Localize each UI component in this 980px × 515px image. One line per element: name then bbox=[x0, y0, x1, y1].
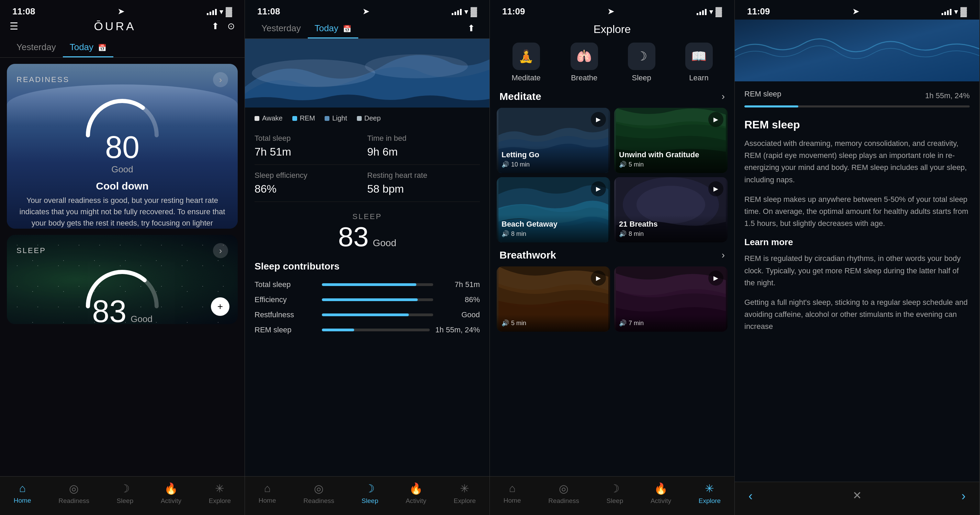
legend-dot-rem bbox=[292, 116, 297, 121]
nav-readiness-1[interactable]: ◎ Readiness bbox=[58, 482, 89, 505]
readiness-score: 80 bbox=[105, 132, 140, 163]
nav-readiness-3[interactable]: ◎ Readiness bbox=[548, 482, 579, 505]
media-card-breathwork-2[interactable]: ▶ 🔊 7 min bbox=[614, 266, 727, 332]
back-button[interactable]: ‹ bbox=[748, 489, 752, 503]
svg-point-1 bbox=[252, 59, 375, 87]
nav-readiness-2[interactable]: ◎ Readiness bbox=[303, 482, 334, 505]
media-card-letting-go[interactable]: ▶ Letting Go 🔊 10 min bbox=[497, 108, 610, 173]
additional-paragraph: Getting a full night's sleep, sticking t… bbox=[745, 296, 970, 333]
bar-fill-2 bbox=[322, 313, 409, 316]
nav-explore-2[interactable]: ✳ Explore bbox=[454, 482, 476, 505]
nav-activity-3[interactable]: 🔥 Activity bbox=[651, 482, 671, 505]
nav-sleep-3[interactable]: ☽ Sleep bbox=[607, 482, 624, 505]
rem-progress-fill bbox=[745, 105, 798, 108]
legend-dot-deep bbox=[357, 116, 362, 121]
speaker-icon-1: 🔊 bbox=[619, 161, 627, 168]
media-card-unwind[interactable]: ▶ Unwind with Gratitude 🔊 5 min bbox=[614, 108, 727, 173]
readiness-suggestion: Cool down bbox=[7, 175, 238, 195]
wifi-icon-2: ▾ bbox=[465, 8, 468, 16]
time-4: 11:09 bbox=[747, 6, 770, 17]
play-btn-unwind[interactable]: ▶ bbox=[708, 112, 724, 127]
breathwork2-meta: 🔊 7 min bbox=[619, 319, 723, 327]
play-btn-breathwork-1[interactable]: ▶ bbox=[591, 270, 606, 286]
sleep-tab-icon: ☽ bbox=[628, 43, 655, 70]
readiness-icon-2: ◎ bbox=[314, 482, 324, 495]
sleep-title: SLEEP bbox=[16, 246, 46, 255]
close-button[interactable]: ✕ bbox=[853, 489, 862, 503]
readiness-arrow[interactable]: › bbox=[213, 72, 228, 87]
bottom-nav-3: ⌂ Home ◎ Readiness ☽ Sleep 🔥 Activity ✳ … bbox=[490, 476, 734, 515]
location-icon-1: ➤ bbox=[118, 7, 124, 16]
location-icon-4: ➤ bbox=[853, 7, 859, 16]
tab-today-2[interactable]: Today 📅 bbox=[308, 19, 359, 38]
readiness-card[interactable]: READINESS › 80 Good Cool down Your overa… bbox=[7, 64, 238, 229]
play-btn-breathwork-2[interactable]: ▶ bbox=[708, 270, 724, 286]
bar-track-3 bbox=[322, 329, 430, 331]
battery-icon-4: ▓ bbox=[961, 6, 967, 17]
plus-button[interactable]: + bbox=[211, 297, 229, 316]
signal-bars-3 bbox=[697, 8, 706, 15]
legend-deep: Deep bbox=[357, 114, 381, 122]
nav-home-1[interactable]: ⌂ Home bbox=[14, 482, 31, 505]
sleep-arrow[interactable]: › bbox=[213, 243, 228, 258]
explore-tab-meditate[interactable]: 🧘 Meditate bbox=[511, 43, 540, 83]
media-card-breathwork-1[interactable]: ▶ 🔊 5 min bbox=[497, 266, 610, 332]
speaker-icon-3: 🔊 bbox=[619, 230, 627, 238]
status-icons-3: ▾ ▓ bbox=[697, 6, 722, 17]
contributor-restfulness: Restfulness Good bbox=[255, 310, 480, 319]
explore-tab-sleep[interactable]: ☽ Sleep bbox=[628, 43, 655, 83]
screens-container: 11:08 ➤ ▾ ▓ ☰ ŌURA ⬆ ⊙ Yesterday Today bbox=[0, 0, 980, 515]
play-btn-letting-go[interactable]: ▶ bbox=[591, 112, 606, 127]
status-bar-1: 11:08 ➤ ▾ ▓ bbox=[0, 0, 245, 19]
sleep-landscape bbox=[245, 39, 490, 108]
share-icon[interactable]: ⬆ bbox=[212, 21, 219, 32]
nav-home-3[interactable]: ⌂ Home bbox=[504, 482, 521, 505]
explore-icon-3: ✳ bbox=[705, 482, 714, 495]
nav-sleep-2[interactable]: ☽ Sleep bbox=[362, 482, 379, 505]
menu-icon[interactable]: ☰ bbox=[10, 21, 18, 32]
readiness-title: READINESS bbox=[16, 75, 69, 84]
settings-icon[interactable]: ⊙ bbox=[228, 21, 235, 32]
nav-explore-3[interactable]: ✳ Explore bbox=[699, 482, 721, 505]
tab-yesterday-1[interactable]: Yesterday bbox=[10, 38, 63, 57]
meditate-arrow[interactable]: › bbox=[722, 91, 725, 102]
tab-yesterday-2[interactable]: Yesterday bbox=[255, 19, 308, 38]
sleep-legend: Awake REM Light Deep bbox=[245, 108, 490, 128]
breathwork-grid: ▶ 🔊 5 min ▶ bbox=[490, 266, 734, 380]
nav-activity-2[interactable]: 🔥 Activity bbox=[406, 482, 426, 505]
breathe-icon: 🫁 bbox=[571, 43, 598, 70]
play-btn-breaths[interactable]: ▶ bbox=[708, 181, 724, 196]
explore-tab-breathe[interactable]: 🫁 Breathe bbox=[571, 43, 598, 83]
play-btn-beach[interactable]: ▶ bbox=[591, 181, 606, 196]
tab-today-1[interactable]: Today 📅 bbox=[63, 38, 114, 57]
nav-home-2[interactable]: ⌂ Home bbox=[259, 482, 276, 505]
nav-sleep-1[interactable]: ☽ Sleep bbox=[117, 482, 134, 505]
breaths-overlay: 21 Breaths 🔊 8 min bbox=[614, 215, 727, 242]
legend-light: Light bbox=[325, 114, 347, 122]
bar-track-0 bbox=[322, 283, 433, 286]
unwind-meta: 🔊 5 min bbox=[619, 161, 723, 168]
forward-button[interactable]: › bbox=[961, 489, 966, 503]
readiness-quality: Good bbox=[111, 164, 133, 175]
location-icon-3: ➤ bbox=[608, 7, 614, 16]
header-icons: ⬆ ⊙ bbox=[212, 21, 235, 32]
share-btn-2[interactable]: ⬆ bbox=[463, 19, 480, 38]
bar-fill-3 bbox=[322, 329, 354, 331]
calendar-icon-2: 📅 bbox=[343, 25, 352, 33]
activity-icon-3: 🔥 bbox=[654, 482, 668, 495]
breathwork-arrow[interactable]: › bbox=[722, 250, 725, 261]
learn-icon: 📖 bbox=[685, 43, 713, 70]
sleep-card[interactable]: SLEEP › 83 Good + bbox=[7, 235, 238, 324]
media-card-beach[interactable]: ▶ Beach Getaway 🔊 8 min bbox=[497, 177, 610, 242]
breathwork2-overlay: 🔊 7 min bbox=[614, 315, 727, 332]
activity-icon-1: 🔥 bbox=[164, 482, 178, 495]
legend-dot-awake bbox=[255, 116, 259, 121]
nav-activity-1[interactable]: 🔥 Activity bbox=[161, 482, 181, 505]
home-icon-2: ⌂ bbox=[264, 482, 270, 495]
sleep-score: 83 bbox=[92, 296, 126, 324]
media-card-21-breaths[interactable]: ▶ 21 Breaths 🔊 8 min bbox=[614, 177, 727, 242]
time-3: 11:09 bbox=[502, 6, 525, 17]
explore-tab-learn[interactable]: 📖 Learn bbox=[685, 43, 713, 83]
calendar-icon-1: 📅 bbox=[98, 44, 107, 51]
nav-explore-1[interactable]: ✳ Explore bbox=[209, 482, 231, 505]
